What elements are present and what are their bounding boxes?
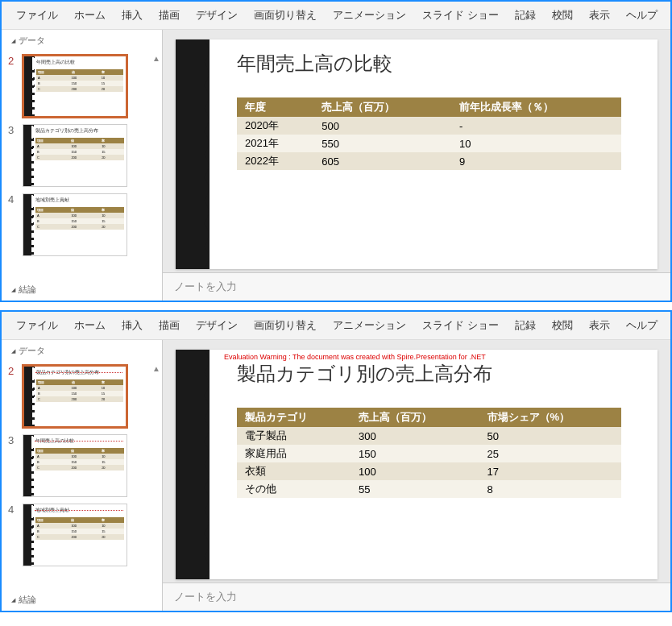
slide-number: 2	[8, 365, 18, 377]
table-cell: 605	[313, 152, 451, 170]
menu-item[interactable]: 画面切り替え	[246, 5, 325, 26]
table-row: 家庭用品15025	[237, 445, 621, 462]
menu-item[interactable]: ホーム	[66, 315, 114, 336]
table-header: 製品カテゴリ	[237, 408, 351, 427]
slide-preview[interactable]: 製品カテゴリ別の売上高分布 項目値率A10010B15015C20020	[23, 124, 127, 187]
slide-number: 3	[8, 434, 18, 446]
table-cell: 550	[313, 135, 451, 152]
slide-canvas[interactable]: Evaluation Warning : The document was cr…	[176, 350, 657, 579]
menu-item[interactable]: デザイン	[188, 5, 246, 26]
slide-preview[interactable]: 製品カテゴリ別の売上高分布 項目値率A10010B15015C20020	[23, 365, 127, 428]
table-cell: 電子製品	[237, 427, 351, 445]
data-table: 年度売上高（百万）前年比成長率（％）2020年500-2021年55010202…	[237, 97, 621, 170]
table-header: 売上高（百万）	[351, 408, 479, 427]
table-header: 売上高（百万）	[313, 97, 451, 117]
slide-preview[interactable]: 地域別売上貢献 項目値率A10010B15015C20020	[23, 504, 127, 566]
menu-item[interactable]: 校閲	[544, 5, 581, 26]
menu-item[interactable]: ホーム	[66, 5, 114, 26]
table-header: 市場シェア（%）	[479, 408, 621, 427]
menu-item[interactable]: 記録	[507, 315, 544, 336]
change-marker	[35, 510, 123, 511]
slide-preview[interactable]: 年間売上高の比較 項目値率A10010B15015C20020	[23, 55, 127, 118]
outline-section-toggle[interactable]: データ	[2, 340, 162, 362]
thumb-title: 年間売上高の比較	[36, 59, 123, 66]
slide-canvas[interactable]: 年間売上高の比較 年度売上高（百万）前年比成長率（％）2020年500-2021…	[176, 39, 657, 269]
menu-item[interactable]: ヘルプ	[618, 5, 666, 26]
slide-number: 4	[8, 193, 18, 205]
menu-item[interactable]: スライド ショー	[414, 5, 507, 26]
slide-decoration	[24, 56, 32, 116]
table-cell: 17	[479, 462, 621, 480]
menu-item[interactable]: 描画	[151, 315, 188, 336]
menu-item[interactable]: 挿入	[114, 5, 151, 26]
app-window: ファイルホーム挿入描画デザイン画面切り替えアニメーションスライド ショー記録校閲…	[0, 310, 672, 612]
conclusion-section-toggle[interactable]: 結論	[11, 594, 36, 606]
slide-thumbnail[interactable]: 4 地域別売上貢献 項目値率A10010B15015C20020	[2, 500, 162, 570]
table-cell: 9	[451, 152, 621, 170]
change-marker	[35, 441, 123, 442]
slide-decoration	[176, 39, 209, 269]
thumb-title: 製品カテゴリ別の売上高分布	[35, 127, 124, 135]
evaluation-warning: Evaluation Warning : The document was cr…	[224, 353, 486, 361]
menu-item[interactable]: Acrobat	[666, 5, 672, 26]
slide-title[interactable]: 年間売上高の比較	[237, 51, 641, 77]
data-table: 製品カテゴリ売上高（百万）市場シェア（%）電子製品30050家庭用品15025衣…	[237, 408, 621, 498]
menu-item[interactable]: アニメーション	[325, 5, 414, 26]
table-cell: 25	[479, 445, 621, 462]
slide-decoration	[176, 350, 209, 579]
slide-thumbnail[interactable]: 4 地域別売上貢献 項目値率A10010B15015C20020	[2, 190, 162, 259]
table-cell: 300	[351, 427, 479, 445]
notes-input[interactable]: ノートを入力	[163, 272, 670, 301]
conclusion-section-toggle[interactable]: 結論	[11, 284, 36, 296]
menu-item[interactable]: 挿入	[114, 315, 151, 336]
table-row: 2021年55010	[237, 135, 621, 152]
slide-canvas-wrap: Evaluation Warning : The document was cr…	[163, 340, 670, 582]
table-cell: 500	[313, 117, 451, 135]
slide-preview[interactable]: 地域別売上貢献 項目値率A10010B15015C20020	[23, 193, 127, 256]
slide-canvas-wrap: 年間売上高の比較 年度売上高（百万）前年比成長率（％）2020年500-2021…	[163, 30, 670, 272]
table-cell: 10	[451, 135, 621, 152]
menu-item[interactable]: ファイル	[8, 315, 66, 336]
menu-item[interactable]: 記録	[507, 5, 544, 26]
menu-item[interactable]: ファイル	[8, 5, 66, 26]
table-cell: 8	[479, 480, 621, 498]
slide-decoration	[24, 367, 32, 426]
notes-input[interactable]: ノートを入力	[163, 582, 670, 611]
table-cell: その他	[237, 480, 351, 498]
table-cell: 家庭用品	[237, 445, 351, 462]
menu-item[interactable]: スライド ショー	[414, 315, 507, 336]
menu-item[interactable]: Acrobat	[666, 315, 672, 336]
menu-item[interactable]: アニメーション	[325, 315, 414, 336]
slide-preview[interactable]: 年間売上高の比較 項目値率A10010B15015C20020	[23, 434, 127, 497]
scroll-up-icon[interactable]: ▲	[152, 364, 160, 373]
outline-section-toggle[interactable]: データ	[2, 30, 162, 52]
slide-decoration	[23, 125, 31, 186]
table-row: 2022年6059	[237, 152, 621, 170]
slide-decoration	[23, 504, 31, 566]
menu-item[interactable]: 画面切り替え	[246, 315, 325, 336]
thumb-title: 地域別売上貢献	[35, 197, 124, 204]
menu-item[interactable]: 描画	[151, 5, 188, 26]
table-row: 電子製品30050	[237, 427, 621, 445]
work-area: データ ▲ 2 年間売上高の比較 項目値率A10010B15015C20020 …	[2, 30, 670, 301]
menu-item[interactable]: 校閲	[544, 315, 581, 336]
table-cell: 2020年	[237, 117, 313, 135]
slide-thumbnail[interactable]: 3 年間売上高の比較 項目値率A10010B15015C20020	[2, 431, 162, 500]
slide-thumbnail[interactable]: 2 製品カテゴリ別の売上高分布 項目値率A10010B15015C20020	[2, 362, 162, 431]
menu-item[interactable]: 表示	[581, 315, 618, 336]
slide-decoration	[23, 435, 31, 496]
slide-title[interactable]: 製品カテゴリ別の売上高分布	[237, 361, 641, 387]
work-area: データ ▲ 2 製品カテゴリ別の売上高分布 項目値率A10010B15015C2…	[2, 340, 670, 611]
scroll-up-icon[interactable]: ▲	[152, 54, 160, 63]
menu-item[interactable]: デザイン	[188, 315, 246, 336]
slide-thumbnail[interactable]: 2 年間売上高の比較 項目値率A10010B15015C20020	[2, 52, 162, 121]
slide-panel: データ ▲ 2 年間売上高の比較 項目値率A10010B15015C20020 …	[2, 30, 163, 301]
menu-item[interactable]: ヘルプ	[618, 315, 666, 336]
table-cell: -	[451, 117, 621, 135]
table-row: 2020年500-	[237, 117, 621, 135]
menu-bar: ファイルホーム挿入描画デザイン画面切り替えアニメーションスライド ショー記録校閲…	[2, 2, 670, 30]
menu-item[interactable]: 表示	[581, 5, 618, 26]
slide-thumbnail[interactable]: 3 製品カテゴリ別の売上高分布 項目値率A10010B15015C20020	[2, 121, 162, 190]
table-row: その他558	[237, 480, 621, 498]
slide-number: 3	[8, 124, 18, 136]
